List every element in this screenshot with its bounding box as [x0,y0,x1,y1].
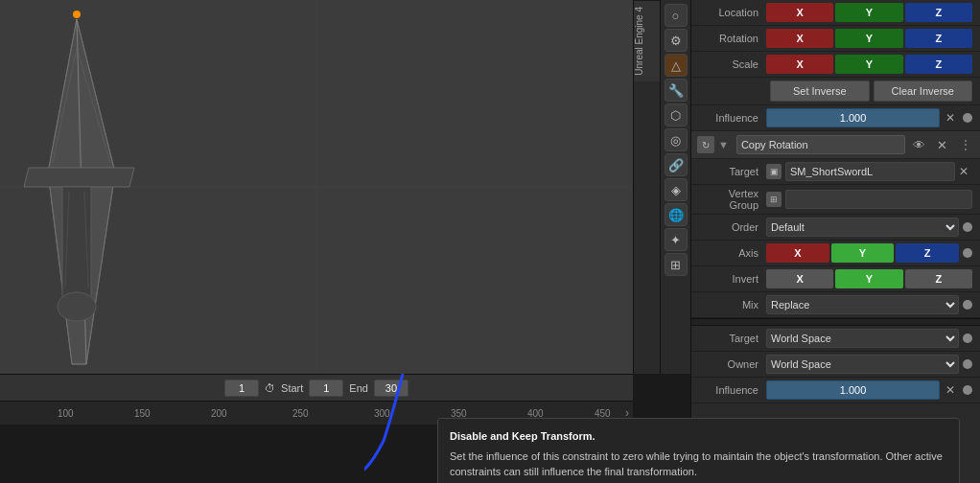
inverse-buttons: Set Inverse Clear Inverse [770,80,972,102]
axis-z-button[interactable]: Z [896,243,959,263]
mix-select[interactable]: Replace Before Original After Original A… [766,295,959,314]
influence-bottom-row: Influence ✕ [691,378,980,403]
axis-label: Axis [699,247,766,259]
ruler-tick-350: 350 [451,408,467,419]
influence-bottom-clear-button[interactable]: ✕ [942,381,959,399]
invert-y-button[interactable]: Y [835,269,902,288]
target-clear-button[interactable]: ✕ [955,163,972,180]
owner-space-keyframe-button[interactable] [963,359,972,369]
settings-icon[interactable]: ⚙ [665,29,688,52]
ruler-tick-200: 200 [211,408,227,419]
grid-icon[interactable]: ⊞ [665,253,688,276]
influence-top-clear-button[interactable]: ✕ [942,109,959,126]
constraint-remove-button[interactable]: ✕ [932,135,951,154]
invert-buttons: X Y Z [766,269,972,288]
tooltip: Disable and Keep Transform. Set the infl… [437,418,960,483]
influence-top-keyframe-button[interactable] [963,113,972,123]
viewport-3d[interactable] [0,0,633,374]
invert-x-button[interactable]: X [766,269,833,288]
influence-bottom-input[interactable] [766,380,940,400]
vertex-group-label: Vertex Group [699,188,766,211]
start-frame-input[interactable] [309,380,343,397]
constraint-header: ↻ ▼ 👁 ✕ ⋮ [691,131,980,159]
rotation-row: Rotation X Y Z [691,26,980,52]
scale-z-button[interactable]: Z [905,55,972,74]
scale-x-button[interactable]: X [766,55,833,74]
owner-space-select[interactable]: World Space Local Space Pose Space [766,355,959,374]
current-frame-input[interactable] [224,380,259,397]
object-icon[interactable]: ◈ [665,178,688,201]
constraint-name-input[interactable] [736,135,905,154]
vertex-group-input[interactable] [785,190,972,209]
target-space-row: Target World Space Local Space Pose Spac… [691,326,980,352]
mix-label: Mix [699,299,766,310]
end-frame-input[interactable] [374,380,408,397]
axis-keyframe-button[interactable] [963,248,972,258]
icon-bar: ○ ⚙ △ 🔧 ⬡ ◎ 🔗 ◈ 🌐 ✦ ⊞ [660,0,690,374]
nodes-icon[interactable]: ⬡ [665,104,688,126]
triangle-icon[interactable]: △ [665,54,688,77]
tooltip-body: Set the influence of this constraint to … [450,448,947,480]
end-label: End [349,382,368,394]
clear-inverse-button[interactable]: Clear Inverse [874,80,973,102]
ruler-tick-300: 300 [374,408,390,419]
target-space-select[interactable]: World Space Local Space Pose Space [766,329,959,348]
location-z-button[interactable]: Z [905,3,972,22]
set-inverse-button[interactable]: Set Inverse [770,80,870,102]
tool-icon[interactable]: 🔧 [665,79,688,102]
ruler-tick-450: 450 [595,408,611,419]
constraint-more-button[interactable]: ⋮ [955,135,974,154]
order-keyframe-button[interactable] [963,222,972,232]
tooltip-title: Disable and Keep Transform. [450,428,947,445]
scale-label: Scale [699,58,766,70]
viewport-background [0,0,633,374]
order-select[interactable]: Default XYZ XZY YXZ YZX ZXY ZYX [766,218,959,237]
target-space-keyframe-button[interactable] [963,334,972,343]
owner-space-label: Owner [699,358,766,370]
invert-row: Invert X Y Z [691,266,980,292]
shader-icon[interactable]: 🌐 [665,203,688,226]
order-row: Order Default XYZ XZY YXZ YZX ZXY ZYX [691,215,980,241]
inverse-buttons-row: Set Inverse Clear Inverse [691,78,980,105]
vertex-group-row: Vertex Group ⊞ [691,185,980,215]
rotation-buttons: X Y Z [766,29,972,48]
scale-y-button[interactable]: Y [835,55,902,74]
influence-bottom-keyframe-button[interactable] [963,385,972,395]
circle-icon[interactable]: ◎ [665,128,688,151]
properties-panel: Location X Y Z Rotation X Y Z Scale X Y … [690,0,980,483]
owner-space-row: Owner World Space Local Space Pose Space [691,352,980,378]
rotation-label: Rotation [699,33,766,44]
target-value-input[interactable] [785,162,955,181]
particles-icon[interactable]: ✦ [665,228,688,251]
location-x-button[interactable]: X [766,3,833,22]
engine-label: Unreal Engine 4 [634,0,660,81]
rotation-z-button[interactable]: Z [905,29,972,48]
sphere-icon[interactable]: ○ [665,4,688,27]
influence-top-input[interactable] [766,108,940,127]
mix-keyframe-button[interactable] [963,300,972,310]
influence-top-label: Influence [699,112,766,124]
rotation-y-button[interactable]: Y [835,29,902,48]
axis-row: Axis X Y Z [691,241,980,266]
invert-z-button[interactable]: Z [905,269,972,288]
axis-y-button[interactable]: Y [831,243,895,263]
location-y-button[interactable]: Y [835,3,902,22]
playback-controls: ⏱ Start End [224,380,408,397]
clock-icon: ⏱ [265,382,275,394]
constraint-toggle-arrow[interactable]: ▼ [718,139,729,150]
location-buttons: X Y Z [766,3,972,22]
ruler-tick-100: 100 [58,408,74,419]
header-bar: Unreal Engine 4 [633,0,660,374]
constraint-icon[interactable]: 🔗 [665,153,688,176]
target-space-label: Target [699,333,766,344]
location-row: Location X Y Z [691,0,980,26]
location-label: Location [699,7,766,18]
axis-x-button[interactable]: X [766,243,829,263]
scale-row: Scale X Y Z [691,52,980,78]
svg-rect-4 [62,187,91,302]
constraint-visibility-button[interactable]: 👁 [909,135,928,154]
vertex-group-icon: ⊞ [766,192,782,207]
rotation-x-button[interactable]: X [766,29,833,48]
ruler-tick-400: 400 [527,408,544,419]
start-label: Start [281,382,303,394]
